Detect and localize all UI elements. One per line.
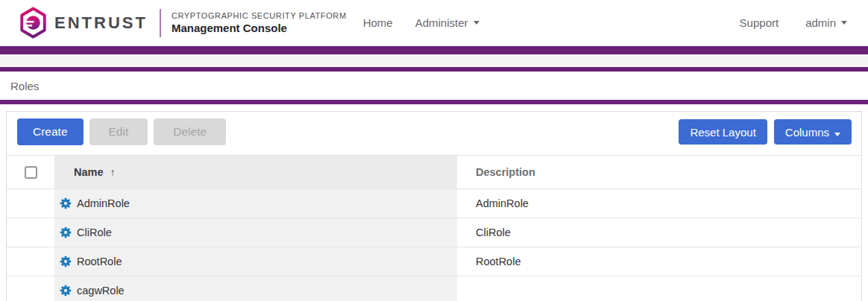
table-body: AdminRole AdminRole CliRole CliRole [7, 188, 861, 301]
table-row[interactable]: cagwRole [7, 276, 861, 301]
role-description-cell: RootRole [457, 247, 861, 276]
nav-administer[interactable]: Administer [415, 16, 479, 29]
roles-toolbar: Create Edit Delete Reset Layout Columns [7, 112, 861, 155]
table-row[interactable]: CliRole CliRole [7, 218, 861, 247]
column-header-description[interactable]: Description [457, 156, 861, 188]
main-content: Create Edit Delete Reset Layout Columns … [0, 104, 868, 301]
columns-button[interactable]: Columns [774, 119, 852, 145]
role-description: RootRole [476, 256, 521, 267]
role-description-cell: CliRole [457, 218, 861, 247]
table-row[interactable]: AdminRole AdminRole [7, 188, 861, 218]
gear-icon [60, 285, 72, 297]
gear-icon [60, 197, 72, 209]
sort-ascending-icon: ↑ [110, 166, 116, 178]
chevron-down-icon [834, 133, 840, 136]
select-all-cell [7, 156, 54, 188]
breadcrumb: Roles [0, 72, 868, 104]
entrust-logo-icon [19, 7, 47, 39]
gear-icon [60, 226, 72, 238]
role-description: CliRole [476, 226, 511, 238]
row-select-cell [7, 276, 54, 301]
banner-bar-gray [0, 54, 868, 67]
brand-divider [160, 9, 161, 37]
app-header: ENTRUST CRYPTOGRAPHIC SECURITY PLATFORM … [0, 0, 868, 46]
chevron-down-icon [841, 21, 847, 25]
gear-icon [60, 256, 72, 267]
edit-button[interactable]: Edit [89, 118, 148, 145]
app-root: ENTRUST CRYPTOGRAPHIC SECURITY PLATFORM … [0, 0, 868, 301]
role-name-cell: RootRole [54, 247, 457, 276]
column-header-name-label: Name [74, 166, 104, 178]
role-description: AdminRole [476, 197, 529, 209]
nav-support[interactable]: Support [740, 16, 779, 29]
delete-button[interactable]: Delete [154, 118, 226, 145]
console-title: Management Console [172, 22, 347, 34]
columns-button-label: Columns [785, 126, 829, 139]
column-header-name[interactable]: Name ↑ [54, 156, 457, 188]
create-button[interactable]: Create [17, 118, 84, 145]
column-header-description-label: Description [476, 166, 535, 178]
main-nav: Home Administer [363, 16, 479, 29]
table-row[interactable]: RootRole RootRole [7, 247, 861, 276]
role-name-cell: cagwRole [54, 276, 457, 301]
select-all-checkbox[interactable] [25, 166, 37, 179]
role-description-cell [457, 276, 861, 301]
nav-administer-label: Administer [415, 16, 468, 29]
roles-table: Name ↑ Description [7, 155, 861, 301]
nav-home-label: Home [363, 16, 393, 29]
role-description-cell: AdminRole [457, 189, 861, 218]
row-select-cell [7, 247, 54, 276]
role-name: RootRole [77, 256, 122, 267]
role-name-cell: CliRole [54, 218, 457, 247]
brand-name: ENTRUST [54, 13, 148, 33]
role-name: AdminRole [77, 197, 130, 209]
banner-bar-primary [0, 46, 868, 54]
chevron-down-icon [474, 21, 479, 25]
roles-card: Create Edit Delete Reset Layout Columns … [6, 111, 862, 301]
reset-layout-button[interactable]: Reset Layout [679, 119, 767, 145]
nav-support-label: Support [740, 16, 779, 29]
role-name: cagwRole [77, 285, 125, 297]
nav-home[interactable]: Home [363, 16, 393, 29]
brand-lockup: ENTRUST CRYPTOGRAPHIC SECURITY PLATFORM … [19, 7, 347, 39]
row-select-cell [7, 218, 54, 247]
role-name-cell: AdminRole [54, 189, 457, 218]
user-menu-label: admin [805, 16, 836, 29]
utility-nav: Support admin [740, 16, 847, 29]
user-menu[interactable]: admin [805, 16, 847, 29]
toolbar-right-group: Reset Layout Columns [679, 119, 852, 145]
table-header-row: Name ↑ Description [7, 155, 861, 188]
row-select-cell [7, 189, 54, 218]
page-title: Roles [10, 80, 39, 92]
role-name: CliRole [77, 226, 112, 238]
platform-title: CRYPTOGRAPHIC SECURITY PLATFORM [172, 11, 347, 20]
product-title: CRYPTOGRAPHIC SECURITY PLATFORM Manageme… [172, 11, 347, 34]
